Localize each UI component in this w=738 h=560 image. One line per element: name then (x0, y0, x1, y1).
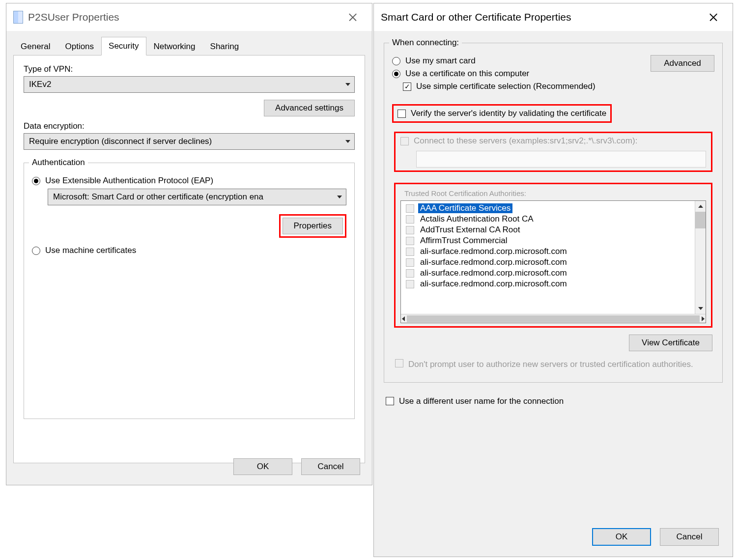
ca-list-item[interactable]: AffirmTrust Commercial (406, 235, 706, 246)
dialog-title-left: P2SUser Properties (13, 11, 119, 24)
checkbox-icon (395, 359, 403, 367)
dont-prompt-check: Don't prompt user to authorize new serve… (395, 359, 711, 370)
close-icon[interactable] (703, 8, 724, 26)
use-machine-cert-radio-row[interactable]: Use machine certificates (32, 246, 346, 255)
titlebar-right: Smart Card or other Certificate Properti… (374, 3, 733, 31)
ca-item-label: AAA Certificate Services (418, 203, 512, 213)
data-encryption-label: Data encryption: (24, 121, 355, 131)
ca-list-item[interactable]: Actalis Authentication Root CA (406, 214, 706, 224)
ca-list-item[interactable]: ali-surface.redmond.corp.microsoft.com (406, 268, 706, 279)
close-icon[interactable] (342, 8, 363, 26)
ca-item-label: AffirmTrust Commercial (418, 236, 510, 246)
checkbox-icon (406, 204, 414, 213)
chevron-down-icon (345, 83, 350, 86)
dialog-title-right: Smart Card or other Certificate Properti… (381, 11, 571, 23)
smart-card-properties-dialog: Smart Card or other Certificate Properti… (373, 3, 733, 557)
tab-sharing[interactable]: Sharing (203, 37, 247, 56)
checkbox-icon (406, 237, 414, 245)
advanced-settings-button[interactable]: Advanced settings (264, 100, 355, 116)
ca-list-item[interactable]: ali-surface.redmond.corp.microsoft.com (406, 246, 706, 257)
use-smart-card-label: Use my smart card (405, 56, 476, 66)
trusted-root-label: Trusted Root Certification Authorities: (400, 187, 706, 200)
verify-server-check[interactable]: Verify the server's identity by validati… (397, 109, 606, 118)
type-of-vpn-value: IKEv2 (29, 80, 51, 89)
dialog-title-text: P2SUser Properties (28, 11, 119, 23)
tab-options[interactable]: Options (57, 37, 101, 56)
cancel-button[interactable]: Cancel (301, 458, 360, 475)
titlebar-left: P2SUser Properties (6, 3, 372, 31)
checkbox-icon (397, 110, 406, 118)
checkbox-icon (406, 269, 414, 278)
scroll-thumb[interactable] (695, 212, 706, 228)
verify-server-label: Verify the server's identity by validati… (411, 109, 606, 118)
ok-button[interactable]: OK (233, 458, 292, 475)
scrollbar-v[interactable] (695, 201, 706, 314)
connect-servers-label: Connect to these servers (examples:srv1;… (414, 136, 637, 146)
ca-item-label: ali-surface.redmond.corp.microsoft.com (418, 279, 569, 289)
chevron-down-icon (337, 196, 342, 198)
radio-icon (392, 70, 400, 78)
ca-list-item[interactable]: AAA Certificate Services (406, 203, 706, 214)
ca-item-label: AddTrust External CA Root (418, 225, 522, 235)
p2suser-properties-dialog: P2SUser Properties General Options Secur… (6, 3, 372, 485)
use-different-user-check[interactable]: Use a different user name for the connec… (386, 396, 723, 406)
ca-item-label: Actalis Authentication Root CA (418, 214, 536, 224)
scroll-left-icon (402, 316, 405, 321)
checkbox-icon (386, 397, 394, 405)
ca-item-label: ali-surface.redmond.corp.microsoft.com (418, 247, 569, 256)
right-body: When connecting: Use my smart card Use a… (374, 31, 733, 557)
ca-item-label: ali-surface.redmond.corp.microsoft.com (418, 268, 569, 278)
data-encryption-value: Require encryption (disconnect if server… (29, 137, 212, 146)
use-machine-label: Use machine certificates (45, 246, 136, 255)
ca-list-item[interactable]: ali-surface.redmond.corp.microsoft.com (406, 279, 706, 289)
ca-list-item[interactable]: ali-surface.redmond.corp.microsoft.com (406, 257, 706, 268)
checkbox-icon (406, 248, 414, 256)
connect-servers-check: Connect to these servers (examples:srv1;… (400, 136, 706, 146)
dialog-title-text: Smart Card or other Certificate Properti… (381, 11, 571, 23)
data-encryption-select[interactable]: Require encryption (disconnect if server… (24, 133, 355, 150)
eap-method-value: Microsoft: Smart Card or other certifica… (53, 192, 263, 202)
scrollbar-h[interactable] (401, 314, 706, 323)
window-icon (13, 11, 23, 24)
scroll-right-icon (702, 316, 705, 321)
tabstrip: General Options Security Networking Shar… (13, 36, 365, 56)
eap-method-select[interactable]: Microsoft: Smart Card or other certifica… (48, 189, 346, 205)
tab-security[interactable]: Security (101, 37, 146, 56)
ca-item-label: ali-surface.redmond.corp.microsoft.com (418, 257, 569, 267)
tab-networking[interactable]: Networking (146, 37, 203, 56)
ok-button[interactable]: OK (592, 528, 651, 546)
view-certificate-button[interactable]: View Certificate (629, 335, 712, 351)
chevron-down-icon (345, 140, 350, 143)
use-diff-user-label: Use a different user name for the connec… (399, 396, 564, 406)
scroll-thumb-h[interactable] (407, 315, 700, 322)
trusted-root-section: Trusted Root Certification Authorities: … (394, 183, 712, 328)
radio-icon (32, 247, 40, 255)
use-cert-label: Use a certificate on this computer (405, 69, 529, 79)
use-certificate-radio[interactable]: Use a certificate on this computer (392, 69, 651, 79)
checkbox-icon (406, 258, 414, 267)
use-eap-label: Use Extensible Authentication Protocol (… (45, 176, 213, 186)
cancel-button[interactable]: Cancel (660, 528, 719, 546)
simple-selection-check[interactable]: Use simple certificate selection (Recomm… (403, 82, 651, 91)
ca-list-item[interactable]: AddTrust External CA Root (406, 224, 706, 235)
authentication-legend: Authentication (29, 158, 88, 168)
checkbox-icon (406, 280, 414, 288)
tab-panel-security: Type of VPN: IKEv2 Advanced settings Dat… (13, 56, 365, 463)
use-eap-radio-row[interactable]: Use Extensible Authentication Protocol (… (32, 176, 346, 186)
dont-prompt-label: Don't prompt user to authorize new serve… (408, 359, 693, 370)
use-smart-card-radio[interactable]: Use my smart card (392, 56, 651, 66)
connect-servers-input (416, 151, 706, 168)
scroll-down-icon (698, 307, 703, 310)
properties-button[interactable]: Properties (283, 218, 343, 234)
type-of-vpn-select[interactable]: IKEv2 (24, 76, 355, 93)
checkbox-icon (400, 137, 409, 145)
when-connecting-legend: When connecting: (389, 38, 462, 48)
tab-general[interactable]: General (13, 37, 57, 56)
checkbox-icon (406, 226, 414, 234)
simple-selection-label: Use simple certificate selection (Recomm… (416, 82, 596, 91)
trusted-root-list[interactable]: AAA Certificate ServicesActalis Authenti… (400, 200, 706, 323)
checkbox-icon (406, 215, 414, 224)
advanced-button[interactable]: Advanced (651, 55, 714, 72)
scroll-up-icon (698, 205, 703, 208)
radio-icon (392, 57, 400, 65)
